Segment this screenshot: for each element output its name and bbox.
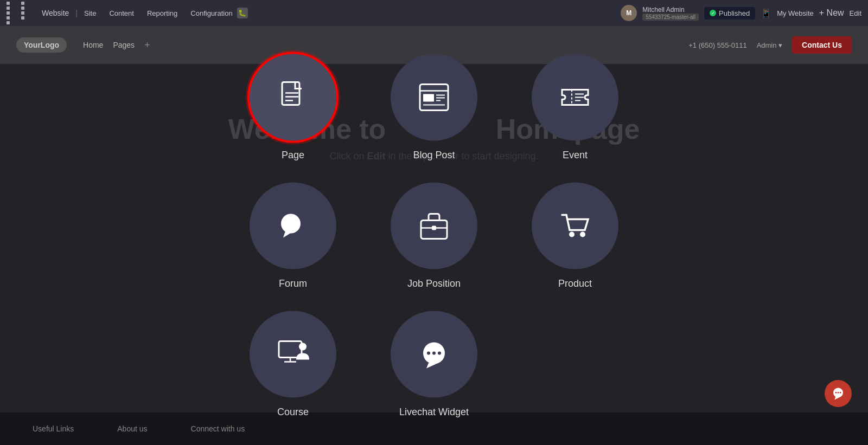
- livechat-icon: [417, 337, 451, 371]
- product-label: Product: [558, 278, 592, 289]
- svg-point-25: [299, 343, 307, 350]
- chatbot-bubble[interactable]: [825, 380, 852, 407]
- course-label: Course: [277, 406, 309, 417]
- event-icon: [558, 80, 592, 114]
- page-label: Page: [282, 149, 304, 160]
- product-icon: [558, 208, 592, 243]
- main-area: YourLogo Home Pages + +1 (650) 555-0111 …: [0, 26, 868, 445]
- svg-point-30: [438, 351, 441, 354]
- admin-dropdown: Admin ▾: [757, 41, 782, 49]
- svg-marker-32: [835, 397, 840, 400]
- grid-item-page[interactable]: Page: [239, 54, 347, 160]
- new-button[interactable]: + New: [819, 8, 844, 18]
- published-badge[interactable]: Published: [704, 7, 755, 20]
- nav-right: +1 (650) 555-0111 Admin ▾ Contact Us: [688, 36, 852, 54]
- forum-icon: [276, 208, 310, 243]
- apps-grid-icon[interactable]: [7, 2, 34, 24]
- course-icon: [276, 337, 310, 371]
- phone-number: +1 (650) 555-0111: [688, 41, 746, 49]
- nav-add: +: [144, 40, 150, 51]
- user-branch: 55433725-master-all: [642, 14, 699, 21]
- bug-icon[interactable]: 🐛: [237, 8, 248, 18]
- event-label: Event: [563, 149, 588, 160]
- user-name: Mitchell Admin: [642, 6, 699, 14]
- svg-point-34: [838, 392, 839, 394]
- content-menu[interactable]: Content: [109, 9, 134, 17]
- page-circle: [250, 54, 336, 140]
- svg-point-15: [281, 214, 301, 233]
- top-bar-right: M Mitchell Admin 55433725-master-all Pub…: [621, 5, 861, 21]
- top-bar: Website | Site Content Reporting Configu…: [0, 0, 868, 26]
- livechat-circle: [391, 311, 477, 397]
- livechat-label: Livechat Widget: [399, 406, 469, 417]
- website-label: Website: [42, 9, 69, 17]
- product-circle: [532, 182, 618, 269]
- site-logo: YourLogo: [16, 37, 67, 53]
- svg-point-21: [580, 231, 585, 237]
- forum-circle: [250, 182, 336, 269]
- my-website-link[interactable]: My Website: [777, 9, 814, 17]
- nav-home: Home: [83, 41, 103, 49]
- grid-item-livechat[interactable]: Livechat Widget: [380, 311, 488, 417]
- course-circle: [250, 311, 336, 397]
- mobile-preview-icon[interactable]: 📱: [761, 8, 771, 18]
- blog-circle: [391, 54, 477, 140]
- svg-rect-6: [423, 94, 434, 101]
- published-label: Published: [719, 9, 750, 17]
- grid-item-job[interactable]: Job Position: [380, 182, 488, 289]
- grid-item-forum[interactable]: Forum: [239, 182, 347, 289]
- grid-item-product[interactable]: Product: [521, 182, 629, 289]
- grid-item-course[interactable]: Course: [239, 311, 347, 417]
- page-icon: [276, 80, 310, 114]
- chatbot-icon: [831, 386, 845, 401]
- configuration-menu[interactable]: Configuration: [190, 9, 232, 17]
- svg-point-20: [569, 231, 575, 237]
- new-content-modal: Page Blog Post: [217, 32, 651, 439]
- reporting-menu[interactable]: Reporting: [147, 9, 177, 17]
- site-nav: Home Pages +: [83, 40, 150, 51]
- svg-point-35: [840, 392, 841, 394]
- svg-point-28: [427, 351, 430, 354]
- job-icon: [417, 208, 451, 243]
- job-label: Job Position: [407, 278, 461, 289]
- footer-about-us: About us: [117, 424, 147, 433]
- user-avatar[interactable]: M: [621, 5, 637, 21]
- published-dot: [710, 10, 716, 16]
- nav-pages: Pages: [113, 41, 135, 49]
- user-info: Mitchell Admin 55433725-master-all: [642, 6, 699, 21]
- forum-label: Forum: [279, 278, 307, 289]
- blog-label: Blog Post: [413, 149, 455, 160]
- grid-item-event[interactable]: Event: [521, 54, 629, 160]
- svg-point-33: [835, 392, 837, 394]
- event-circle: [532, 54, 618, 140]
- svg-point-29: [432, 351, 436, 354]
- grid-item-blog[interactable]: Blog Post: [380, 54, 488, 160]
- contact-button: Contact Us: [792, 36, 852, 54]
- svg-marker-16: [283, 231, 292, 237]
- job-circle: [391, 182, 477, 269]
- footer-useful-links: Useful Links: [33, 424, 74, 433]
- svg-rect-19: [432, 225, 436, 230]
- edit-button[interactable]: Edit: [850, 9, 861, 17]
- blog-icon: [417, 80, 451, 114]
- site-menu[interactable]: Site: [84, 9, 96, 17]
